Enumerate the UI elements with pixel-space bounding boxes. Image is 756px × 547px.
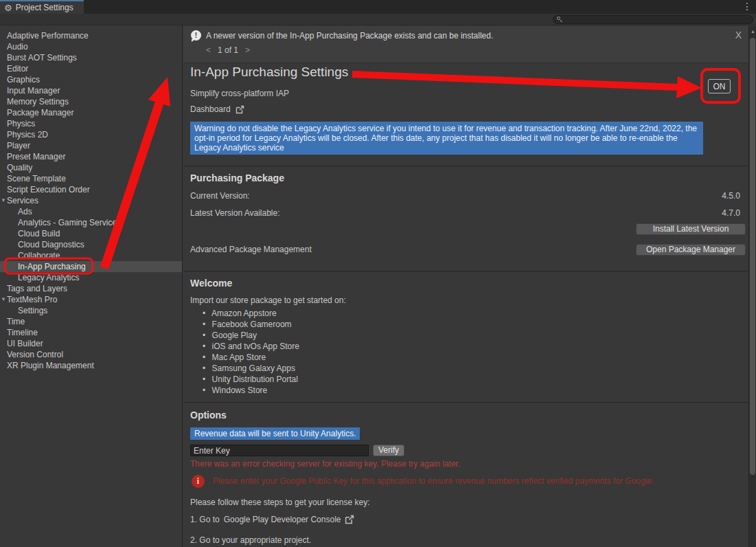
sidebar-item[interactable]: ▼ Script Execution Order — [0, 184, 182, 195]
sidebar-item[interactable]: ▼ Cloud Diagnostics — [0, 239, 182, 250]
window-title: Project Settings — [16, 3, 73, 12]
close-icon[interactable]: X — [735, 30, 742, 41]
bullet-icon: • — [203, 319, 205, 330]
store-list-item: • Google Play — [183, 330, 299, 341]
sidebar-item[interactable]: ▼ Cloud Build — [0, 228, 182, 239]
latest-version-value: 4.7.0 — [722, 208, 740, 218]
notification-banner: ! A newer version of the In-App Purchasi… — [183, 26, 748, 63]
search-input[interactable] — [553, 15, 753, 24]
sidebar-item[interactable]: ▼ Package Manager — [0, 107, 182, 118]
page-title: In-App Purchasing Settings — [190, 65, 348, 80]
sidebar-item-label: Collaborate — [18, 251, 60, 260]
store-name: Windows Store — [212, 386, 268, 395]
google-key-input[interactable] — [190, 445, 369, 456]
sidebar-item[interactable]: ▼ Legacy Analytics — [0, 272, 182, 283]
foldout-icon[interactable]: ▼ — [1, 294, 6, 305]
sidebar-item[interactable]: ▼ Input Manager — [0, 85, 182, 96]
vertical-scrollbar[interactable]: ▲ — [748, 26, 756, 547]
store-list-item: • iOS and tvOs App Store — [183, 341, 299, 352]
section-divider — [183, 271, 748, 271]
sidebar-item[interactable]: ▼ Analytics - Gaming Services — [0, 217, 182, 228]
verify-button[interactable]: Verify — [373, 445, 404, 456]
gear-icon: ⚙ — [4, 3, 12, 12]
sidebar-item[interactable]: ▼ Memory Settings — [0, 96, 182, 107]
sidebar-item-label: Burst AOT Settings — [7, 53, 77, 63]
advanced-package-management-label: Advanced Package Management — [190, 245, 312, 254]
pager-label: 1 of 1 — [218, 45, 238, 55]
bullet-icon: • — [203, 352, 205, 363]
pager-prev-icon[interactable]: < — [206, 45, 211, 55]
scrollbar-thumb[interactable] — [750, 38, 755, 475]
store-list-item: • Unity Distribution Portal — [183, 374, 299, 385]
sidebar-item-label: TextMesh Pro — [7, 295, 57, 304]
google-play-console-link[interactable]: Google Play Developer Console — [224, 515, 341, 524]
toolbar — [0, 14, 756, 25]
sidebar-item-label: Version Control — [7, 350, 63, 359]
store-name: Google Play — [212, 331, 257, 340]
step1-prefix: 1. Go to — [190, 515, 220, 524]
store-list-item: • Windows Store — [183, 385, 299, 396]
store-name: Unity Distribution Portal — [212, 375, 298, 384]
title-bar: ⚙ Project Settings ⋮ — [0, 0, 756, 14]
latest-version-label: Latest Version Available: — [190, 208, 280, 218]
sidebar-item[interactable]: ▼ UI Builder — [0, 338, 182, 349]
bullet-icon: • — [203, 330, 205, 341]
server-error-text: There was an error checking server for e… — [190, 459, 460, 469]
bullet-icon: • — [203, 308, 205, 319]
sidebar-item[interactable]: ▼ Adaptive Performance — [0, 30, 182, 41]
sidebar-item[interactable]: ▼ Services — [0, 195, 182, 206]
sidebar-item[interactable]: ▼ Player — [0, 140, 182, 151]
foldout-icon[interactable]: ▼ — [1, 195, 6, 206]
store-list: • Amazon Appstore • Facebook Gameroom • … — [183, 308, 299, 396]
current-version-value: 4.5.0 — [722, 191, 740, 201]
store-name: Samsung Galaxy Apps — [212, 364, 295, 373]
section-divider — [183, 402, 748, 403]
steps-intro: Please follow these steps to get your li… — [190, 498, 369, 507]
sidebar-item-label: Memory Settings — [7, 97, 69, 107]
scroll-up-icon[interactable]: ▲ — [750, 29, 756, 34]
sidebar-item[interactable]: ▼ Timeline — [0, 327, 182, 338]
sidebar-item[interactable]: ▼ In-App Purchasing — [0, 261, 182, 272]
sidebar-item[interactable]: ▼ XR Plugin Management — [0, 360, 182, 371]
external-link-icon[interactable] — [236, 105, 244, 114]
sidebar-item[interactable]: ▼ Preset Manager — [0, 151, 182, 162]
sidebar-item[interactable]: ▼ Physics 2D — [0, 129, 182, 140]
sidebar-item[interactable]: ▼ Version Control — [0, 349, 182, 360]
sidebar-item-label: XR Plugin Management — [7, 361, 94, 370]
sidebar-item[interactable]: ▼ Quality — [0, 162, 182, 173]
search-icon — [557, 16, 563, 23]
section-divider — [183, 166, 748, 166]
legacy-analytics-warning: Warning do not disable the Legacy Analyt… — [190, 122, 703, 155]
pager-next-icon[interactable]: > — [245, 45, 250, 55]
kebab-menu-icon[interactable]: ⋮ — [742, 1, 752, 12]
sidebar-item-label: Cloud Build — [18, 229, 60, 238]
dashboard-link[interactable]: Dashboard — [190, 104, 231, 114]
sidebar-item[interactable]: ▼ Collaborate — [0, 250, 182, 261]
open-package-manager-button[interactable]: Open Package Manager — [636, 244, 746, 256]
sidebar-item-label: Legacy Analytics — [18, 273, 79, 282]
bullet-icon: • — [203, 363, 205, 374]
sidebar-item[interactable]: ▼ Tags and Layers — [0, 283, 182, 294]
sidebar-item[interactable]: ▼ Scene Template — [0, 173, 182, 184]
sidebar-item-label: Time — [7, 317, 25, 326]
sidebar-item[interactable]: ▼ Audio — [0, 41, 182, 52]
welcome-header: Welcome — [190, 278, 232, 289]
sidebar-item[interactable]: ▼ Ads — [0, 206, 182, 217]
google-key-warning: Please enter your Google Public Key for … — [213, 476, 654, 486]
sidebar-item[interactable]: ▼ Graphics — [0, 74, 182, 85]
external-link-icon[interactable] — [345, 515, 354, 524]
sidebar-item[interactable]: ▼ Physics — [0, 118, 182, 129]
tab-project-settings[interactable]: ⚙ Project Settings — [0, 0, 84, 14]
sidebar-item[interactable]: ▼ TextMesh Pro — [0, 294, 182, 305]
sidebar-item-label: In-App Purchasing — [18, 262, 86, 271]
sidebar-item[interactable]: ▼ Settings — [0, 305, 182, 316]
install-latest-version-button[interactable]: Install Latest Version — [636, 223, 746, 235]
sidebar-item[interactable]: ▼ Editor — [0, 63, 182, 74]
sidebar-item[interactable]: ▼ Burst AOT Settings — [0, 52, 182, 63]
bullet-icon: • — [203, 341, 205, 352]
iap-on-toggle[interactable]: ON — [708, 79, 731, 93]
sidebar-item-label: Physics — [7, 119, 35, 129]
sidebar-item-label: Input Manager — [7, 86, 60, 96]
sidebar-item[interactable]: ▼ Time — [0, 316, 182, 327]
notification-text: A newer version of the In-App Purchasing… — [206, 31, 493, 41]
